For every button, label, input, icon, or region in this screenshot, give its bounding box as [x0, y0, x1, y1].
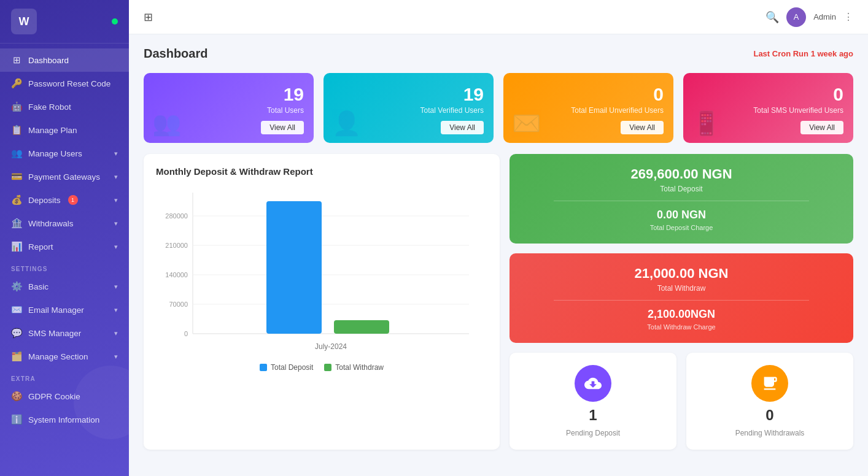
sidebar-logo: W — [0, 0, 129, 44]
nav-arrow-withdrawals: ▾ — [114, 220, 118, 228]
pending-deposit-icon — [575, 365, 611, 402]
sidebar-item-manage-users[interactable]: 👥 Manage Users ▾ — [0, 142, 129, 165]
nav-icon-sms-manager: 💬 — [11, 328, 22, 339]
online-indicator — [112, 18, 118, 25]
nav-icon-report: 📊 — [11, 241, 22, 252]
pending-deposit-number: 1 — [589, 407, 597, 424]
chart-svg: 0 70000 140000 210000 280000 July-2024 — [156, 186, 487, 358]
legend-withdraw: Total Withdraw — [324, 363, 384, 372]
cron-time: 1 week ago — [811, 49, 853, 58]
svg-text:280000: 280000 — [165, 212, 188, 220]
topbar: ⊞ 🔍 A Admin ⋮ — [129, 0, 868, 34]
stat-number-3: 0 — [693, 84, 843, 105]
sidebar-item-deposits[interactable]: 💰 Deposits 1 ▾ — [0, 188, 129, 212]
expand-icon[interactable]: ⊞ — [144, 10, 153, 24]
nav-arrow-deposits: ▾ — [114, 196, 118, 204]
legend-deposit-label: Total Deposit — [271, 363, 313, 372]
stat-card-2: 0 Total Email Unverified Users View All … — [503, 73, 673, 143]
pending-withdrawals-label: Pending Withdrawals — [735, 429, 805, 437]
sidebar: W ⊞ Dashboard 🔑 Password Reset Code 🤖 Fa… — [0, 0, 129, 476]
nav-icon-gdpr-cookie: 🍪 — [11, 391, 22, 402]
main-area: ⊞ 🔍 A Admin ⋮ Dashboard Last Cron Run 1 … — [129, 0, 868, 476]
pending-deposit-label: Pending Deposit — [566, 429, 620, 437]
stat-card-icon-0: 👥 — [152, 110, 181, 137]
main-content: Dashboard Last Cron Run 1 week ago 19 To… — [129, 34, 868, 476]
nav-label-sms-manager: SMS Manager — [28, 329, 81, 338]
total-withdraw-charge-label: Total Withdraw Charge — [647, 323, 715, 331]
sidebar-item-manage-section[interactable]: 🗂️ Manage Section ▾ — [0, 345, 129, 368]
sidebar-item-withdrawals[interactable]: 🏦 Withdrawals ▾ — [0, 212, 129, 235]
legend-deposit: Total Deposit — [260, 363, 313, 372]
sidebar-item-password-reset-code[interactable]: 🔑 Password Reset Code — [0, 72, 129, 95]
total-withdraw-label: Total Withdraw — [657, 284, 706, 293]
stat-number-0: 19 — [153, 84, 304, 105]
more-options-icon[interactable]: ⋮ — [843, 11, 853, 23]
nav-label-email-manager: Email Manager — [28, 305, 84, 315]
total-deposit-label: Total Deposit — [660, 185, 702, 193]
nav-label-basic: Basic — [28, 282, 48, 291]
search-icon[interactable]: 🔍 — [765, 10, 779, 24]
nav-icon-basic: ⚙️ — [11, 281, 22, 292]
stat-card-3: 0 Total SMS Unverified Users View All 📱 — [683, 73, 853, 143]
nav-arrow-email-manager: ▾ — [114, 306, 118, 314]
nav-badge-deposits: 1 — [68, 195, 78, 205]
stat-card-1: 19 Total Verified Users View All 👤 — [324, 73, 494, 143]
user-name: Admin — [813, 12, 836, 21]
logo-box: W — [11, 9, 37, 34]
sidebar-item-report[interactable]: 📊 Report ▾ — [0, 235, 129, 258]
chart-area: 0 70000 140000 210000 280000 July-2024 — [156, 186, 487, 358]
stat-btn-2[interactable]: View All — [621, 121, 664, 134]
stat-btn-3[interactable]: View All — [800, 121, 843, 134]
nav-label-manage-users: Manage Users — [28, 149, 82, 158]
svg-rect-13 — [334, 320, 389, 334]
nav-icon-email-manager: ✉️ — [11, 304, 22, 315]
cron-prefix: Last Cron Run — [753, 49, 810, 58]
pending-withdrawals-icon — [751, 365, 788, 402]
chart-card: Monthly Deposit & Withdraw Report 0 — [144, 154, 500, 450]
nav-arrow-manage-section: ▾ — [114, 353, 118, 361]
svg-text:70000: 70000 — [169, 301, 188, 308]
right-stats: 269,600.00 NGN Total Deposit 0.00 NGN To… — [510, 154, 853, 450]
page-title: Dashboard — [144, 47, 207, 61]
sidebar-navigation: ⊞ Dashboard 🔑 Password Reset Code 🤖 Fake… — [0, 44, 129, 476]
nav-arrow-report: ▾ — [114, 243, 118, 251]
sidebar-item-manage-plan[interactable]: 📋 Manage Plan — [0, 118, 129, 142]
nav-icon-payment-gateways: 💳 — [11, 171, 22, 182]
nav-icon-manage-users: 👥 — [11, 148, 22, 159]
nav-icon-dashboard: ⊞ — [11, 55, 22, 66]
sidebar-item-basic[interactable]: ⚙️ Basic ▾ — [0, 275, 129, 298]
nav-label-system-information: System Information — [28, 415, 99, 424]
sidebar-item-payment-gateways[interactable]: 💳 Payment Gateways ▾ — [0, 165, 129, 188]
nav-arrow-sms-manager: ▾ — [114, 329, 118, 337]
stat-card-0: 19 Total Users View All 👥 — [144, 73, 314, 143]
stat-btn-0[interactable]: View All — [261, 121, 304, 134]
nav-label-manage-section: Manage Section — [28, 352, 88, 361]
nav-label-deposits: Deposits — [28, 196, 61, 205]
sidebar-item-fake-robot[interactable]: 🤖 Fake Robot — [0, 95, 129, 118]
nav-label-payment-gateways: Payment Gateways — [28, 172, 100, 182]
cron-info: Last Cron Run 1 week ago — [753, 49, 853, 58]
total-withdraw-charge-value: 2,100.00NGN — [648, 308, 715, 321]
nav-icon-manage-plan: 📋 — [11, 125, 22, 136]
stat-card-icon-1: 👤 — [332, 110, 361, 137]
nav-arrow-payment-gateways: ▾ — [114, 173, 118, 181]
sidebar-item-dashboard[interactable]: ⊞ Dashboard — [0, 48, 129, 72]
middle-row: Monthly Deposit & Withdraw Report 0 — [144, 154, 853, 450]
stat-card-icon-2: ✉️ — [512, 110, 541, 137]
stat-card-icon-3: 📱 — [692, 110, 721, 137]
avatar: A — [786, 7, 806, 27]
nav-label-fake-robot: Fake Robot — [28, 102, 71, 112]
nav-icon-password-reset-code: 🔑 — [11, 78, 22, 89]
svg-rect-12 — [266, 201, 322, 334]
stat-btn-1[interactable]: View All — [441, 121, 484, 134]
withdraw-stats-box: 21,000.00 NGN Total Withdraw 2,100.00NGN… — [510, 253, 853, 343]
sidebar-item-system-information[interactable]: ℹ️ System Information — [0, 408, 129, 431]
nav-label-manage-plan: Manage Plan — [28, 126, 77, 135]
stat-number-2: 0 — [513, 84, 664, 105]
nav-icon-deposits: 💰 — [11, 194, 22, 205]
sidebar-item-gdpr-cookie[interactable]: 🍪 GDPR Cookie — [0, 385, 129, 408]
nav-arrow-basic: ▾ — [114, 283, 118, 291]
sidebar-item-sms-manager[interactable]: 💬 SMS Manager ▾ — [0, 321, 129, 345]
sidebar-item-email-manager[interactable]: ✉️ Email Manager ▾ — [0, 298, 129, 321]
nav-arrow-manage-users: ▾ — [114, 150, 118, 158]
